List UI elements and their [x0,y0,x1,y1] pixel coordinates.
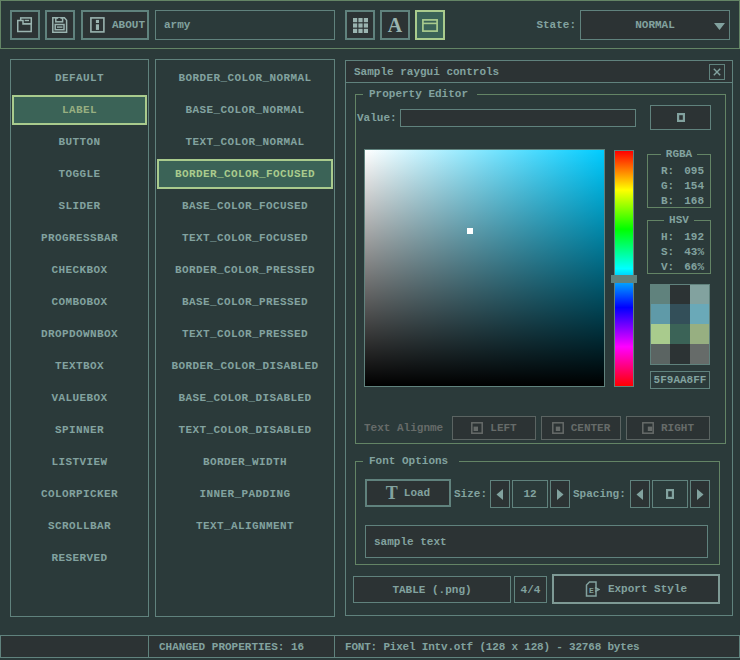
svg-text:E: E [589,586,594,595]
